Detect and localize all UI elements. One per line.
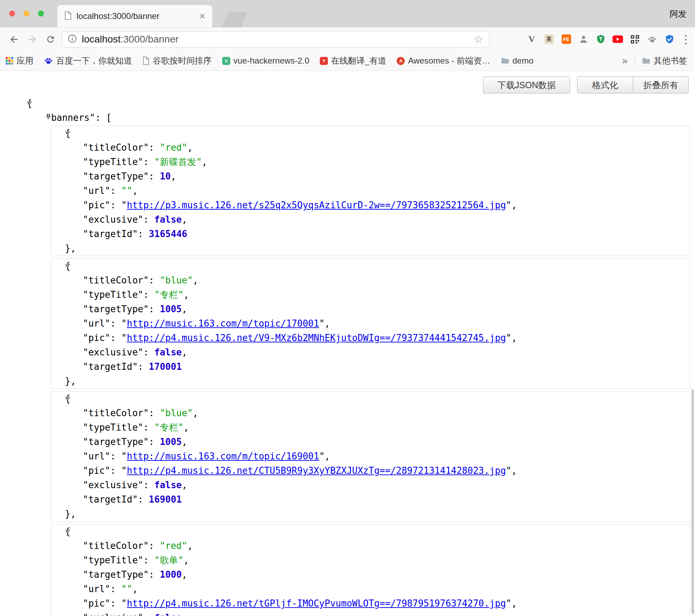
json-viewer-toolbar: 下载JSON数据 格式化 折叠所有 [0, 71, 695, 93]
json-key: "exclusive" [83, 347, 143, 358]
json-string-value: "歌单" [154, 555, 184, 565]
json-key: "targetType" [83, 304, 149, 314]
octotree-icon[interactable] [578, 34, 589, 45]
json-number-value: 3165446 [149, 229, 187, 239]
bookmark-label: 在线翻译_有道 [331, 55, 386, 66]
json-field-line: "targetId": 169001 [51, 492, 690, 507]
json-number-value: 10 [160, 171, 171, 182]
json-string-value: "red" [160, 142, 187, 153]
json-url-link[interactable]: http://music.163.com/m/topic/169001 [127, 451, 319, 461]
json-root-open-line: { [0, 96, 695, 111]
json-string-value: "" [121, 185, 132, 196]
bookmark-label: demo [512, 56, 534, 66]
reload-button[interactable] [41, 34, 60, 44]
json-object-box: {"titleColor": "red","typeTitle": "歌单","… [51, 524, 690, 616]
tab-close-icon[interactable]: × [199, 11, 205, 21]
bookmark-item[interactable]: 百度一下，你就知道 [44, 55, 132, 66]
json-field-line: "exclusive": false, [51, 611, 690, 616]
fe-icon[interactable]: FE [561, 34, 571, 45]
json-key: "titleColor" [83, 408, 149, 418]
json-field-line: "pic": "http://p4.music.126.net/tGPljf-I… [51, 596, 690, 611]
forward-button[interactable] [23, 34, 41, 45]
json-url-link[interactable]: http://p4.music.126.net/V9-MXz6b2MNhEKju… [127, 333, 506, 343]
url-path: :3000/banner [121, 34, 179, 45]
shield-t-icon[interactable] [595, 34, 606, 45]
json-url-link[interactable]: http://p4.music.126.net/tGPljf-IMOCyPvum… [127, 598, 506, 609]
json-key: "titleColor" [83, 540, 149, 551]
scrollbar-thumb[interactable] [691, 389, 694, 614]
youtube-icon[interactable] [613, 34, 623, 45]
json-number-value: 1000 [160, 569, 182, 580]
json-bool-value: false [154, 214, 182, 225]
collapse-triangle-icon[interactable] [65, 397, 71, 400]
qrcode-icon[interactable] [630, 34, 640, 45]
download-json-button[interactable]: 下载JSON数据 [483, 77, 570, 93]
collapse-triangle-icon[interactable] [65, 530, 71, 533]
json-field-line: "titleColor": "red", [51, 539, 690, 553]
json-string-value: "blue" [160, 275, 193, 286]
site-info-icon[interactable] [68, 34, 77, 45]
collapse-triangle-icon[interactable] [27, 101, 32, 105]
json-object-close-line: }, [51, 241, 690, 256]
bookmarks-right-group: » 其他书签 [622, 55, 689, 67]
awesomes-icon: A [397, 57, 405, 65]
json-field-line: "pic": "http://p4.music.126.net/V9-MXz6b… [51, 331, 690, 345]
json-array-open: : [ [95, 112, 112, 123]
url-host: localhost [82, 34, 121, 45]
close-window-button[interactable] [9, 11, 15, 17]
json-string-value: "新碟首发" [154, 157, 202, 167]
json-url-link[interactable]: http://p4.music.126.net/CTU5B9R9y3XyYBZX… [127, 465, 506, 476]
json-url-link[interactable]: http://p3.music.126.net/s25q2x5QyqsAzilC… [127, 200, 506, 210]
chrome-menu-icon[interactable]: ⋮ [680, 33, 690, 46]
json-field-line: "exclusive": false, [51, 345, 690, 360]
bookmark-item[interactable]: Y在线翻译_有道 [320, 55, 386, 66]
collapse-triangle-icon[interactable] [65, 131, 71, 135]
bookmark-label: 谷歌按时间排序 [153, 55, 212, 66]
json-url-link[interactable]: http://music.163.com/m/topic/170001 [127, 318, 319, 329]
json-key: "titleColor" [83, 275, 149, 286]
bookmark-item[interactable]: AAwesomes - 前端资… [397, 55, 490, 66]
format-button[interactable]: 格式化 [577, 77, 633, 93]
vimium-icon[interactable]: V [527, 34, 537, 45]
apps-grid-icon [6, 57, 13, 65]
other-bookmarks-folder[interactable]: 其他书签 [642, 55, 687, 66]
address-bar[interactable]: localhost:3000/banner ☆ [62, 31, 489, 47]
json-key: "url" [83, 185, 110, 196]
json-field-line: "pic": "http://p3.music.126.net/s25q2x5Q… [51, 198, 690, 212]
json-field-line: "typeTitle": "新碟首发", [51, 155, 690, 169]
collapse-triangle-icon[interactable] [65, 264, 71, 268]
translate-icon[interactable]: 英 [544, 34, 554, 45]
back-button[interactable] [5, 34, 23, 45]
bookmarks-divider [635, 55, 635, 67]
bookmark-item[interactable]: 应用 [6, 55, 33, 66]
json-object-open-line: { [51, 126, 690, 140]
minimize-window-button[interactable] [24, 11, 29, 17]
collapse-all-button[interactable]: 折叠所有 [633, 77, 689, 93]
bookmark-label: vue-hackernews-2.0 [233, 56, 309, 66]
folder-icon [642, 57, 650, 64]
json-bool-value: false [154, 480, 182, 490]
json-key: "exclusive" [83, 480, 143, 490]
browser-tab[interactable]: localhost:3000/banner × [57, 5, 212, 27]
shield-check-icon[interactable] [664, 34, 675, 45]
bookmark-item[interactable]: Vvue-hackernews-2.0 [222, 56, 309, 66]
url-text: localhost:3000/banner [82, 34, 179, 45]
baidu-paw-icon [44, 56, 53, 65]
bookmark-item[interactable]: 谷歌按时间排序 [143, 55, 212, 66]
profile-name[interactable]: 阿发 [670, 8, 687, 20]
collapse-triangle-icon[interactable] [46, 116, 51, 119]
json-field-line: "url": "", [51, 582, 690, 596]
paw-icon[interactable] [647, 34, 657, 45]
json-key: "pic" [83, 333, 110, 343]
bookmark-item[interactable]: demo [501, 56, 534, 66]
json-field-line: "targetType": 1000, [51, 568, 690, 582]
new-tab-button[interactable] [222, 12, 248, 27]
bookmark-star-icon[interactable]: ☆ [474, 33, 483, 45]
zoom-window-button[interactable] [38, 11, 44, 17]
json-field-line: "url": "", [51, 184, 690, 198]
json-object-box: {"titleColor": "blue","typeTitle": "专栏",… [51, 258, 690, 389]
json-key: "exclusive" [83, 612, 143, 616]
json-number-value: 1005 [160, 437, 182, 447]
bookmarks-overflow-chevron-icon[interactable]: » [622, 55, 628, 66]
json-key: "targetType" [83, 171, 149, 182]
